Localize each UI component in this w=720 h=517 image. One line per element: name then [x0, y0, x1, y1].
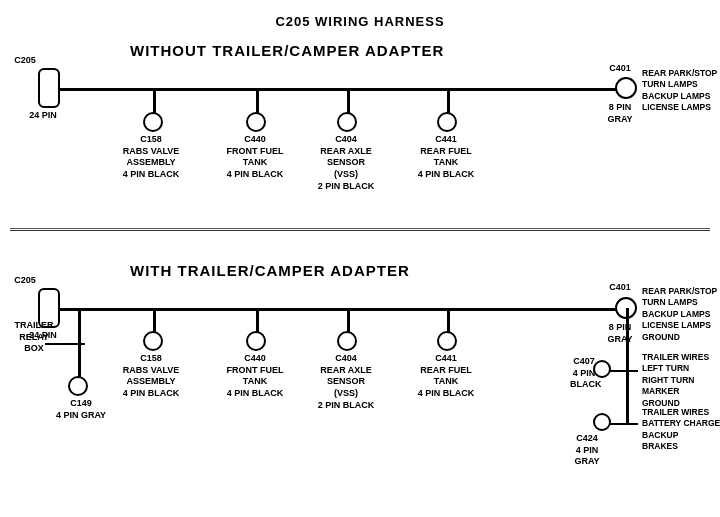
section-divider	[10, 230, 710, 231]
c158-bot	[143, 331, 163, 351]
c441-bot	[437, 331, 457, 351]
c440-top-label: C440FRONT FUELTANK4 PIN BLACK	[224, 134, 286, 181]
c404-top	[337, 112, 357, 132]
c441-top-vline	[447, 89, 450, 114]
c401-top-label: C401	[605, 63, 635, 75]
diagram: C205 WIRING HARNESS WITHOUT TRAILER/CAMP…	[0, 0, 720, 500]
main-line-bot	[50, 308, 630, 311]
c149-label: C1494 PIN GRAY	[54, 398, 108, 421]
c205-top	[38, 68, 60, 108]
c401-bot-right-label: REAR PARK/STOPTURN LAMPSBACKUP LAMPSLICE…	[642, 286, 720, 343]
trailer-vline2	[78, 343, 81, 378]
c441-top-label: C441REAR FUELTANK4 PIN BLACK	[415, 134, 477, 181]
c404-top-vline	[347, 89, 350, 114]
c401-top	[615, 77, 637, 99]
c401-bot-pin: 8 PINGRAY	[605, 322, 635, 345]
c424-hline	[610, 423, 638, 425]
c205-bot-label: C205	[10, 275, 40, 287]
c440-bot	[246, 331, 266, 351]
trailer-vline1	[78, 308, 81, 343]
section2-label: WITH TRAILER/CAMPER ADAPTER	[130, 262, 410, 279]
page-title: C205 WIRING HARNESS	[0, 6, 720, 29]
c149	[68, 376, 88, 396]
c404-top-label: C404REAR AXLESENSOR(VSS)2 PIN BLACK	[314, 134, 378, 192]
c205-top-pin-label: 24 PIN	[18, 110, 68, 122]
c441-top	[437, 112, 457, 132]
c401-bot-label: C401	[605, 282, 635, 294]
c440-bot-vline	[256, 308, 259, 333]
main-line-top	[50, 88, 630, 91]
c440-top-vline	[256, 89, 259, 114]
c407-hline	[610, 370, 638, 372]
c424	[593, 413, 611, 431]
c158-top	[143, 112, 163, 132]
c404-bot-vline	[347, 308, 350, 333]
c158-bot-label: C158RABS VALVEASSEMBLY4 PIN BLACK	[120, 353, 182, 400]
c424-label: C4244 PINGRAY	[572, 433, 602, 468]
c404-bot-label: C404REAR AXLESENSOR(VSS)2 PIN BLACK	[314, 353, 378, 411]
c158-top-label: C158RABS VALVEASSEMBLY4 PIN BLACK	[120, 134, 182, 181]
c158-bot-vline	[153, 308, 156, 333]
trailer-relay-label: TRAILERRELAYBOX	[5, 320, 63, 355]
c407-right-label: TRAILER WIRESLEFT TURNRIGHT TURNMARKERGR…	[642, 352, 720, 409]
c401-top-right-label: REAR PARK/STOPTURN LAMPSBACKUP LAMPSLICE…	[642, 68, 720, 114]
c407-label: C4074 PINBLACK	[570, 356, 598, 391]
section1-label: WITHOUT TRAILER/CAMPER ADAPTER	[130, 42, 444, 59]
c440-bot-label: C440FRONT FUELTANK4 PIN BLACK	[224, 353, 286, 400]
c401-top-pin: 8 PINGRAY	[605, 102, 635, 125]
right-branch-vline	[626, 308, 629, 423]
c440-top	[246, 112, 266, 132]
c441-bot-label: C441REAR FUELTANK4 PIN BLACK	[415, 353, 477, 400]
c205-top-label: C205	[10, 55, 40, 67]
divider	[10, 228, 710, 229]
c158-top-vline	[153, 89, 156, 114]
c441-bot-vline	[447, 308, 450, 333]
c404-bot	[337, 331, 357, 351]
c424-right-label: TRAILER WIRESBATTERY CHARGEBACKUPBRAKES	[642, 407, 720, 453]
